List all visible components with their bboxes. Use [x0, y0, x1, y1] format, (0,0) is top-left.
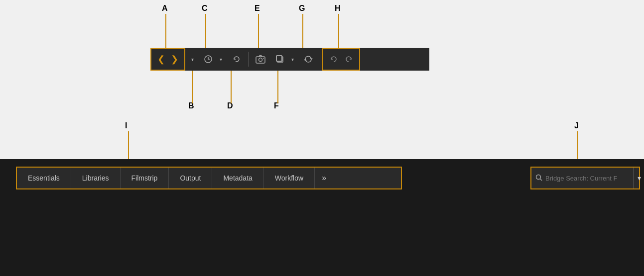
svg-rect-15	[276, 56, 282, 61]
copy-button[interactable]	[272, 50, 287, 68]
search-input[interactable]	[545, 175, 629, 182]
undo-icon	[329, 55, 338, 64]
tab-filmstrip[interactable]: Filmstrip	[121, 168, 169, 188]
nav-prev-button[interactable]: ❮	[154, 50, 168, 68]
rotate-group	[227, 48, 246, 71]
svg-point-12	[259, 58, 262, 62]
search-icon	[535, 174, 542, 183]
rotate-ccw-icon	[232, 55, 241, 64]
nav-next-button[interactable]: ❯	[168, 50, 181, 68]
history-dropdown-group: ▾	[199, 48, 227, 71]
copy-dropdown-button[interactable]: ▾	[287, 50, 297, 68]
separator-2	[320, 52, 320, 67]
copy-icon	[275, 55, 284, 64]
separator-1	[248, 52, 249, 67]
sync-icon	[304, 55, 313, 64]
annotation-background	[0, 0, 644, 159]
workspace-tabs-bar: Essentials Libraries Filmstrip Output Me…	[16, 167, 402, 189]
history-icon	[204, 55, 213, 64]
camera-icon	[256, 55, 265, 64]
search-input-wrapper	[531, 174, 633, 183]
tab-essentials[interactable]: Essentials	[17, 168, 71, 188]
redo-icon	[344, 55, 353, 64]
tab-output[interactable]: Output	[169, 168, 212, 188]
history-button[interactable]	[201, 50, 216, 68]
history-dropdown-arrow: ▾	[220, 57, 222, 62]
tab-libraries[interactable]: Libraries	[71, 168, 121, 188]
copy-group: ▾	[270, 48, 299, 71]
tab-metadata[interactable]: Metadata	[212, 168, 263, 188]
svg-line-18	[540, 179, 542, 181]
redo-button[interactable]	[341, 50, 356, 68]
nav-dropdown-button[interactable]: ▾	[187, 50, 197, 68]
main-toolbar: ❮ ❯ ▾ ▾	[150, 48, 429, 71]
camera-button[interactable]	[253, 50, 268, 68]
search-dropdown-button[interactable]: ▾	[633, 168, 644, 188]
copy-dropdown-arrow: ▾	[291, 57, 294, 62]
workspace-overflow-button[interactable]: »	[315, 168, 333, 188]
search-dropdown-arrow: ▾	[638, 174, 641, 182]
navigation-group: ❮ ❯	[150, 48, 185, 71]
history-group: ▾	[185, 48, 199, 71]
rotate-ccw-button[interactable]	[229, 50, 244, 68]
undo-redo-group	[322, 48, 360, 71]
sync-button[interactable]	[301, 50, 316, 68]
svg-point-17	[536, 175, 541, 179]
svg-point-13	[263, 58, 264, 59]
sync-group	[299, 48, 318, 71]
camera-group	[251, 48, 270, 71]
search-bar: ▾	[530, 167, 640, 189]
undo-button[interactable]	[326, 50, 341, 68]
nav-dropdown-arrow: ▾	[191, 57, 194, 62]
tab-workflow[interactable]: Workflow	[264, 168, 315, 188]
history-dropdown-button[interactable]: ▾	[216, 50, 225, 68]
